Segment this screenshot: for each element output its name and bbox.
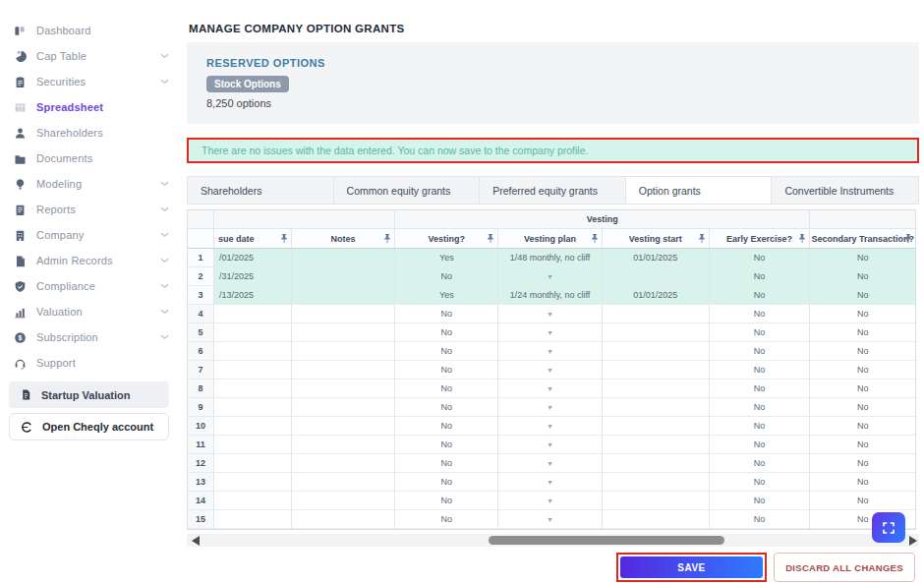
column-header-vesting[interactable]: Vesting?: [395, 228, 498, 249]
cell-notes[interactable]: [292, 249, 396, 267]
pin-icon[interactable]: [487, 233, 494, 246]
scroll-right-arrow-icon[interactable]: [909, 536, 917, 546]
pin-icon[interactable]: [383, 233, 391, 246]
sidebar-item-valuation[interactable]: Valuation: [0, 299, 185, 324]
row-number[interactable]: 7: [188, 361, 214, 380]
sidebar-item-company[interactable]: Company: [0, 222, 185, 248]
cell-secondary-transaction[interactable]: No: [810, 417, 915, 436]
scroll-left-arrow-icon[interactable]: [192, 536, 200, 546]
sidebar-item-admin-records[interactable]: Admin Records: [0, 248, 185, 273]
cell-sue-date[interactable]: /13/2025: [214, 286, 292, 305]
cell-sue-date[interactable]: [214, 305, 292, 323]
cell-early-exercise[interactable]: No: [710, 249, 811, 267]
cell-secondary-transaction[interactable]: No: [810, 286, 915, 305]
cell-early-exercise[interactable]: No: [710, 323, 811, 342]
sidebar-item-cap-table[interactable]: Cap Table: [0, 43, 185, 69]
row-number[interactable]: 2: [188, 267, 214, 286]
sidebar-item-dashboard[interactable]: Dashboard: [0, 18, 185, 43]
cell-vesting[interactable]: No: [395, 305, 498, 323]
cell-vesting[interactable]: No: [395, 417, 498, 436]
column-header-row-number[interactable]: [188, 228, 214, 249]
cell-secondary-transaction[interactable]: No: [810, 361, 915, 380]
cell-secondary-transaction[interactable]: No: [810, 380, 915, 398]
cell-early-exercise[interactable]: No: [710, 417, 811, 436]
cell-vesting[interactable]: No: [395, 398, 498, 417]
cell-secondary-transaction[interactable]: No: [810, 323, 915, 342]
cell-vesting-start[interactable]: [603, 398, 710, 417]
cell-notes[interactable]: [292, 473, 396, 492]
column-header-secondary-transaction[interactable]: Secondary Transaction?: [810, 228, 915, 249]
cell-vesting-plan[interactable]: ▾: [498, 267, 603, 286]
cell-vesting-plan[interactable]: ▾: [498, 417, 603, 436]
sidebar-item-support[interactable]: Support: [0, 350, 185, 376]
cell-notes[interactable]: [292, 323, 396, 342]
column-header-vesting-start[interactable]: Vesting start: [603, 228, 710, 249]
cell-vesting-plan[interactable]: 1/48 monthly, no cliff: [498, 249, 603, 267]
row-number[interactable]: 11: [188, 436, 214, 454]
cell-vesting[interactable]: Yes: [395, 249, 498, 267]
sidebar-item-documents[interactable]: Documents: [0, 146, 185, 171]
pin-icon[interactable]: [798, 233, 806, 246]
cell-sue-date[interactable]: /01/2025: [214, 249, 292, 267]
cell-notes[interactable]: [292, 361, 396, 380]
tab-convertible-instruments[interactable]: Convertible Instruments: [772, 177, 918, 204]
row-number[interactable]: 13: [188, 473, 214, 492]
cell-secondary-transaction[interactable]: No: [810, 436, 915, 454]
sidebar-item-compliance[interactable]: Compliance: [0, 273, 185, 299]
cell-early-exercise[interactable]: No: [710, 361, 811, 380]
cell-vesting-start[interactable]: [603, 380, 710, 398]
tab-preferred-equity-grants[interactable]: Preferred equity grants: [480, 177, 626, 204]
row-number[interactable]: 12: [188, 454, 214, 473]
sidebar-item-subscription[interactable]: $Subscription: [0, 324, 185, 350]
sidebar-item-shareholders[interactable]: Shareholders: [0, 120, 185, 146]
cell-vesting[interactable]: No: [395, 510, 498, 529]
cell-sue-date[interactable]: [214, 492, 292, 510]
cell-early-exercise[interactable]: No: [710, 473, 811, 492]
cell-sue-date[interactable]: [214, 323, 292, 342]
column-header-sue-date[interactable]: sue date: [214, 228, 292, 249]
cell-vesting-start[interactable]: [603, 342, 710, 361]
cell-notes[interactable]: [292, 305, 396, 323]
cell-secondary-transaction[interactable]: No: [810, 249, 915, 267]
row-number[interactable]: 1: [188, 249, 214, 267]
cell-vesting-plan[interactable]: ▾: [498, 398, 603, 417]
cell-vesting[interactable]: No: [395, 473, 498, 492]
cell-vesting-start[interactable]: [603, 454, 710, 473]
cell-secondary-transaction[interactable]: No: [810, 454, 915, 473]
cell-early-exercise[interactable]: No: [710, 492, 811, 510]
scrollbar-thumb[interactable]: [489, 536, 724, 545]
cell-early-exercise[interactable]: No: [710, 454, 811, 473]
cell-notes[interactable]: [292, 398, 396, 417]
cell-vesting[interactable]: No: [395, 436, 498, 454]
cell-vesting-start[interactable]: [603, 417, 710, 436]
row-number[interactable]: 5: [188, 323, 214, 342]
cell-vesting[interactable]: No: [395, 323, 498, 342]
cell-vesting-start[interactable]: 01/01/2025: [603, 286, 710, 305]
cell-sue-date[interactable]: /31/2025: [214, 267, 292, 286]
cell-vesting-plan[interactable]: ▾: [498, 510, 603, 529]
cell-notes[interactable]: [292, 286, 396, 305]
cell-vesting-start[interactable]: 01/01/2025: [603, 249, 710, 267]
sidebar-item-modeling[interactable]: Modeling: [0, 171, 185, 197]
cell-vesting-plan[interactable]: ▾: [498, 436, 603, 454]
cell-notes[interactable]: [292, 417, 396, 436]
cell-secondary-transaction[interactable]: No: [810, 473, 915, 492]
horizontal-scrollbar[interactable]: [187, 534, 919, 547]
cell-sue-date[interactable]: [214, 398, 292, 417]
cell-vesting-plan[interactable]: ▾: [498, 492, 603, 510]
cell-vesting-start[interactable]: [603, 267, 710, 286]
sidebar-item-open-cheqly-account[interactable]: Open Cheqly account: [9, 413, 169, 440]
cell-sue-date[interactable]: [214, 454, 292, 473]
cell-sue-date[interactable]: [214, 473, 292, 492]
cell-vesting-start[interactable]: [603, 473, 710, 492]
row-number[interactable]: 8: [188, 380, 214, 398]
sidebar-item-startup-valuation[interactable]: Startup Valuation: [9, 381, 169, 408]
cell-sue-date[interactable]: [214, 510, 292, 529]
cell-notes[interactable]: [292, 436, 396, 454]
cell-early-exercise[interactable]: No: [710, 305, 811, 323]
cell-secondary-transaction[interactable]: No: [810, 492, 915, 510]
pin-icon[interactable]: [698, 233, 706, 246]
cell-sue-date[interactable]: [214, 417, 292, 436]
cell-secondary-transaction[interactable]: No: [810, 305, 915, 323]
row-number[interactable]: 3: [188, 286, 214, 305]
